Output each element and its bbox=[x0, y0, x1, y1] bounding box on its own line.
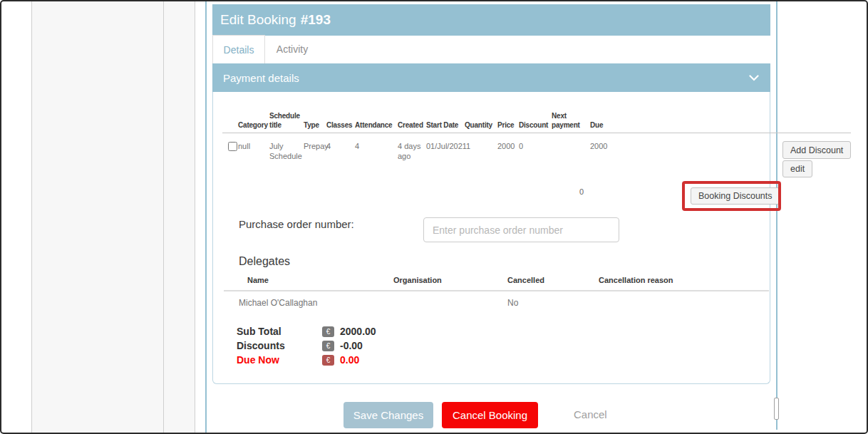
cell-price: 2000 bbox=[497, 141, 515, 151]
col-header-schedule-title: Schedule title bbox=[269, 105, 305, 130]
cancel-booking-button[interactable]: Cancel Booking bbox=[442, 402, 538, 428]
cell-type: Prepay bbox=[304, 141, 329, 151]
delegates-col-cancellation-reason: Cancellation reason bbox=[599, 276, 673, 284]
scrollbar-thumb[interactable] bbox=[774, 398, 779, 420]
col-header-price: Price bbox=[497, 105, 514, 130]
modal-left-edge bbox=[205, 1, 207, 434]
modal-scrollbar-track bbox=[776, 1, 777, 430]
subtotal-label: Sub Total bbox=[237, 326, 281, 337]
table-header-divider bbox=[222, 133, 851, 133]
due-now-label: Due Now bbox=[237, 354, 279, 366]
cell-attendance: 4 bbox=[355, 141, 359, 151]
payment-details-title: Payment details bbox=[223, 72, 299, 84]
col-header-start-date: Start Date bbox=[426, 105, 458, 130]
modal-title-text: Edit Booking bbox=[220, 12, 296, 28]
payment-details-section-header[interactable]: Payment details bbox=[212, 63, 770, 92]
left-panel-outer bbox=[31, 1, 164, 434]
discount-summary-value: 0 bbox=[579, 187, 584, 196]
delegates-header-divider bbox=[224, 290, 769, 291]
booking-discounts-button[interactable]: Booking Discounts bbox=[691, 187, 780, 205]
cell-category: null bbox=[238, 141, 250, 151]
tab-details[interactable]: Details bbox=[212, 35, 265, 63]
tab-activity[interactable]: Activity bbox=[267, 35, 318, 63]
left-panel-inner bbox=[164, 1, 195, 434]
discounts-currency-badge: € bbox=[322, 341, 334, 351]
delegates-col-cancelled: Cancelled bbox=[507, 276, 544, 284]
col-header-discount: Discount bbox=[519, 105, 548, 130]
col-header-next-payment: Next payment bbox=[552, 105, 587, 130]
delegates-heading: Delegates bbox=[239, 255, 290, 268]
col-header-created: Created bbox=[398, 105, 423, 130]
purchase-order-input[interactable] bbox=[423, 217, 619, 242]
cell-schedule-title: July Schedule bbox=[269, 141, 308, 162]
discounts-value: -0.00 bbox=[340, 340, 363, 351]
delegates-col-organisation: Organisation bbox=[393, 276, 442, 284]
delegates-col-name: Name bbox=[247, 276, 269, 284]
save-changes-button[interactable]: Save Changes bbox=[343, 402, 433, 428]
edit-button[interactable]: edit bbox=[782, 160, 812, 177]
cell-classes: 4 bbox=[326, 141, 331, 151]
purchase-order-label: Purchase order number: bbox=[239, 218, 354, 230]
col-header-type: Type bbox=[304, 105, 319, 130]
row-checkbox[interactable] bbox=[228, 142, 237, 151]
col-header-category: Category bbox=[238, 105, 268, 130]
due-now-currency-badge: € bbox=[322, 355, 334, 366]
tab-activity-label: Activity bbox=[277, 43, 308, 55]
col-header-classes: Classes bbox=[326, 105, 352, 130]
cell-due: 2000 bbox=[590, 141, 607, 151]
cell-created: 4 days ago bbox=[398, 141, 429, 162]
due-now-value: 0.00 bbox=[340, 354, 359, 366]
delegate-cancelled: No bbox=[507, 298, 518, 308]
col-header-due: Due bbox=[590, 105, 603, 130]
cell-discount: 0 bbox=[519, 141, 523, 151]
cell-start-date: 01/Jul/2021 bbox=[426, 141, 467, 151]
chevron-down-icon bbox=[749, 75, 759, 81]
cell-quantity: 1 bbox=[466, 141, 470, 151]
tab-details-label: Details bbox=[224, 44, 254, 56]
modal-title: Edit Booking #193 bbox=[212, 4, 770, 36]
col-header-quantity: Quantity bbox=[465, 105, 492, 130]
add-discount-button[interactable]: Add Discount bbox=[782, 141, 851, 159]
app-window: Edit Booking #193 Details Activity Payme… bbox=[0, 0, 868, 434]
booking-number: #193 bbox=[301, 12, 331, 28]
cancel-link[interactable]: Cancel bbox=[574, 408, 607, 420]
col-header-attendance: Attendance bbox=[355, 105, 392, 130]
discounts-label: Discounts bbox=[237, 340, 285, 351]
subtotal-currency-badge: € bbox=[322, 326, 334, 337]
subtotal-value: 2000.00 bbox=[340, 326, 376, 337]
delegate-name: Michael O'Callaghan bbox=[239, 298, 317, 308]
